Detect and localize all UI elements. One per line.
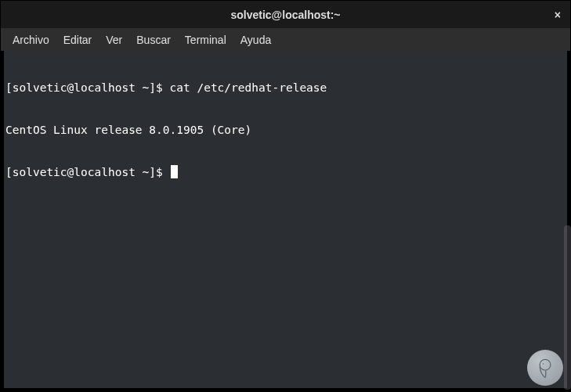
close-icon[interactable]: ×	[555, 9, 561, 20]
terminal-body[interactable]: [solvetic@localhost ~]$ cat /etc/redhat-…	[4, 51, 567, 388]
prompt: [solvetic@localhost ~]$	[5, 166, 170, 178]
output-text: CentOS Linux release 8.0.1905 (Core)	[5, 124, 251, 136]
terminal-line: [solvetic@localhost ~]$ cat /etc/redhat-…	[5, 81, 566, 95]
svg-point-1	[543, 363, 544, 365]
prompt: [solvetic@localhost ~]$	[5, 81, 170, 94]
svg-point-0	[540, 359, 551, 370]
terminal-line: [solvetic@localhost ~]$	[5, 165, 566, 179]
terminal-window: solvetic@localhost:~ × Archivo Editar Ve…	[0, 0, 571, 392]
terminal-line: CentOS Linux release 8.0.1905 (Core)	[5, 123, 566, 137]
titlebar: solvetic@localhost:~ ×	[1, 1, 570, 28]
menu-terminal[interactable]: Terminal	[178, 31, 233, 49]
cursor-block	[171, 165, 178, 178]
watermark-icon	[527, 350, 563, 386]
menu-buscar[interactable]: Buscar	[129, 31, 178, 49]
window-title: solvetic@localhost:~	[230, 9, 340, 21]
menu-editar[interactable]: Editar	[56, 31, 99, 49]
menu-ver[interactable]: Ver	[99, 31, 129, 49]
command-text: cat /etc/redhat-release	[170, 81, 327, 94]
menu-ayuda[interactable]: Ayuda	[233, 31, 278, 49]
scrollbar[interactable]	[564, 225, 571, 390]
menubar: Archivo Editar Ver Buscar Terminal Ayuda	[1, 28, 570, 51]
menu-archivo[interactable]: Archivo	[5, 31, 56, 49]
